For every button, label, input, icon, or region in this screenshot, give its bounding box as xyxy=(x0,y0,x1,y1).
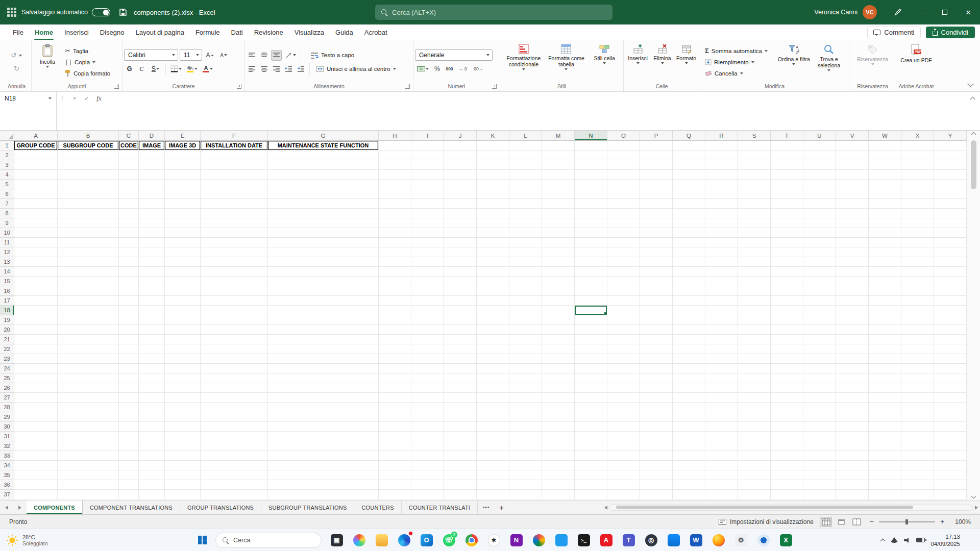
cell-X18[interactable] xyxy=(901,306,934,315)
scroll-down-icon[interactable] xyxy=(971,494,976,499)
row-header-16[interactable]: 16 xyxy=(0,286,14,296)
cell-G7[interactable] xyxy=(268,199,379,209)
cell-R27[interactable] xyxy=(705,393,738,403)
cell-L21[interactable] xyxy=(509,335,542,344)
cell-C22[interactable] xyxy=(119,344,139,354)
cell-S5[interactable] xyxy=(738,180,771,189)
cell-D11[interactable] xyxy=(139,238,165,247)
cell-C4[interactable] xyxy=(119,170,139,180)
cell-A5[interactable] xyxy=(14,180,58,189)
cell-D28[interactable] xyxy=(139,403,165,412)
cell-T23[interactable] xyxy=(771,354,803,364)
row-header-27[interactable]: 27 xyxy=(0,393,14,403)
cell-I26[interactable] xyxy=(411,383,444,393)
cell-J1[interactable] xyxy=(444,141,477,151)
cell-E30[interactable] xyxy=(165,422,201,432)
cell-X9[interactable] xyxy=(901,218,934,228)
menu-tab-formule[interactable]: Formule xyxy=(190,24,226,40)
cell-Q35[interactable] xyxy=(673,470,705,480)
cell-N13[interactable] xyxy=(575,257,607,267)
delete-cells-button[interactable]: Elimina xyxy=(651,41,674,83)
column-header-B[interactable]: B xyxy=(58,131,119,141)
row-header-30[interactable]: 30 xyxy=(0,422,14,432)
cell-V35[interactable] xyxy=(836,470,869,480)
cell-G3[interactable] xyxy=(268,160,379,170)
cell-U4[interactable] xyxy=(803,170,836,180)
cell-W20[interactable] xyxy=(869,325,901,335)
cell-N14[interactable] xyxy=(575,267,607,277)
cell-M30[interactable] xyxy=(542,422,575,432)
cell-T36[interactable] xyxy=(771,480,803,490)
cell-U27[interactable] xyxy=(803,393,836,403)
cell-Y12[interactable] xyxy=(934,247,967,257)
cell-D5[interactable] xyxy=(139,180,165,189)
cell-T4[interactable] xyxy=(771,170,803,180)
cell-G32[interactable] xyxy=(268,441,379,451)
cell-I36[interactable] xyxy=(411,480,444,490)
cell-F31[interactable] xyxy=(201,432,268,441)
cell-C18[interactable] xyxy=(119,306,139,315)
cell-Y7[interactable] xyxy=(934,199,967,209)
cell-R4[interactable] xyxy=(705,170,738,180)
cell-H7[interactable] xyxy=(379,199,411,209)
cell-J2[interactable] xyxy=(444,151,477,160)
format-painter-button[interactable]: Copia formato xyxy=(62,68,113,79)
cell-A13[interactable] xyxy=(14,257,58,267)
cell-P14[interactable] xyxy=(640,267,673,277)
cell-U24[interactable] xyxy=(803,364,836,373)
cell-V8[interactable] xyxy=(836,209,869,218)
cell-X26[interactable] xyxy=(901,383,934,393)
find-select-button[interactable]: Trova e seleziona xyxy=(811,41,847,83)
cell-W31[interactable] xyxy=(869,432,901,441)
cell-F6[interactable] xyxy=(201,189,268,199)
cell-O30[interactable] xyxy=(607,422,640,432)
cell-B18[interactable] xyxy=(58,306,119,315)
cell-P10[interactable] xyxy=(640,228,673,238)
cell-V17[interactable] xyxy=(836,296,869,306)
cell-S11[interactable] xyxy=(738,238,771,247)
menu-tab-revisione[interactable]: Revisione xyxy=(249,24,289,40)
cell-C25[interactable] xyxy=(119,373,139,383)
cell-M37[interactable] xyxy=(542,490,575,499)
cell-E15[interactable] xyxy=(165,277,201,286)
cell-E4[interactable] xyxy=(165,170,201,180)
cell-K17[interactable] xyxy=(477,296,509,306)
cell-F5[interactable] xyxy=(201,180,268,189)
cell-G23[interactable] xyxy=(268,354,379,364)
cell-O15[interactable] xyxy=(607,277,640,286)
sheet-tab-subgroup-translations[interactable]: SUBGROUP TRANSLATIONS xyxy=(261,500,354,514)
cell-U36[interactable] xyxy=(803,480,836,490)
cell-Q21[interactable] xyxy=(673,335,705,344)
horizontal-scrollbar[interactable] xyxy=(602,500,980,514)
cell-A2[interactable] xyxy=(14,151,58,160)
cell-C16[interactable] xyxy=(119,286,139,296)
cell-C28[interactable] xyxy=(119,403,139,412)
cell-X15[interactable] xyxy=(901,277,934,286)
cell-B22[interactable] xyxy=(58,344,119,354)
cell-W33[interactable] xyxy=(869,451,901,461)
cell-N8[interactable] xyxy=(575,209,607,218)
cell-N22[interactable] xyxy=(575,344,607,354)
cell-B1[interactable]: SUBGROUP CODE xyxy=(58,141,119,151)
cell-S1[interactable] xyxy=(738,141,771,151)
cell-F21[interactable] xyxy=(201,335,268,344)
column-header-T[interactable]: T xyxy=(771,131,803,141)
display-settings-button[interactable]: Impostazioni di visualizzazione xyxy=(719,518,814,525)
cell-X16[interactable] xyxy=(901,286,934,296)
orientation-button[interactable] xyxy=(283,50,298,61)
cell-C12[interactable] xyxy=(119,247,139,257)
cell-R29[interactable] xyxy=(705,412,738,422)
cell-A21[interactable] xyxy=(14,335,58,344)
cell-G6[interactable] xyxy=(268,189,379,199)
cell-M29[interactable] xyxy=(542,412,575,422)
cell-T8[interactable] xyxy=(771,209,803,218)
cell-H31[interactable] xyxy=(379,432,411,441)
cell-S13[interactable] xyxy=(738,257,771,267)
cell-R18[interactable] xyxy=(705,306,738,315)
cell-R35[interactable] xyxy=(705,470,738,480)
number-format-select[interactable]: Generale xyxy=(415,49,493,61)
cell-L27[interactable] xyxy=(509,393,542,403)
cell-I17[interactable] xyxy=(411,296,444,306)
cell-A1[interactable]: GROUP CODE xyxy=(14,141,58,151)
cell-J25[interactable] xyxy=(444,373,477,383)
